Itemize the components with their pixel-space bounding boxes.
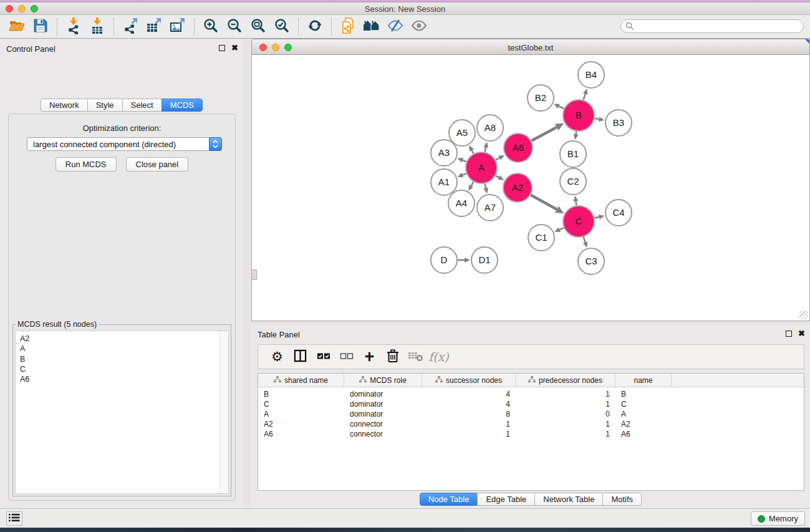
column-header-shared-name[interactable]: shared name <box>258 374 344 387</box>
edge-A2-C[interactable] <box>531 195 557 210</box>
cell-shared-name[interactable]: C <box>258 400 344 409</box>
cell-successors[interactable]: 4 <box>422 390 516 399</box>
table-row[interactable]: A6connector11A6 <box>258 429 804 439</box>
mcds-result-item[interactable]: A <box>20 344 228 354</box>
mcds-result-item[interactable]: A6 <box>20 374 228 384</box>
graph-node-A1[interactable]: A1 <box>431 169 457 195</box>
tab-style[interactable]: Style <box>87 99 123 112</box>
mcds-result-item[interactable]: B <box>20 354 228 364</box>
cell-name[interactable]: B <box>615 390 672 399</box>
network-window-titlebar[interactable]: testGlobe.txt <box>251 39 810 55</box>
save-session-button[interactable] <box>29 17 52 37</box>
edge-A-A5[interactable] <box>471 150 473 153</box>
graph-node-B3[interactable]: B3 <box>605 110 632 136</box>
refresh-button[interactable] <box>303 17 327 37</box>
graph-node-A2[interactable]: A2 <box>503 173 532 202</box>
memory-button[interactable]: Memory <box>751 511 805 526</box>
tab-mcds[interactable]: MCDS <box>162 99 203 112</box>
home-button[interactable] <box>360 17 383 37</box>
cell-name[interactable]: A6 <box>615 430 672 438</box>
edge-A-A7[interactable] <box>485 183 486 188</box>
graph-node-B[interactable]: B <box>563 100 594 131</box>
zoom-in-button[interactable] <box>199 17 223 37</box>
add-column-button[interactable]: + <box>358 347 381 367</box>
tab-motifs[interactable]: Motifs <box>602 493 642 506</box>
cell-shared-name[interactable]: A2 <box>258 420 344 428</box>
export-network-button[interactable] <box>118 17 142 37</box>
delete-column-button[interactable] <box>381 347 404 367</box>
tab-network[interactable]: Network <box>41 99 88 112</box>
graph-node-A6[interactable]: A6 <box>504 133 533 162</box>
edge-C-C3[interactable] <box>584 237 586 243</box>
cell-shared-name[interactable]: B <box>258 390 344 399</box>
graph-node-B1[interactable]: B1 <box>560 141 586 167</box>
graph-node-C4[interactable]: C4 <box>605 200 632 226</box>
cell-mcds-role[interactable]: dominator <box>344 400 422 409</box>
export-image-button[interactable] <box>166 17 190 37</box>
close-panel-icon[interactable]: ✖ <box>231 44 238 51</box>
table-settings-button[interactable]: ⚙ <box>266 347 289 367</box>
edge-B-B1[interactable] <box>576 132 577 135</box>
column-header-predecessor-nodes[interactable]: predecessor nodes <box>516 374 615 387</box>
tab-edge-table[interactable]: Edge Table <box>477 493 535 506</box>
resize-grip[interactable] <box>799 311 808 319</box>
edge-A-A2[interactable] <box>496 176 499 178</box>
deselect-all-button[interactable] <box>335 347 358 367</box>
cell-mcds-role[interactable]: dominator <box>344 410 422 418</box>
graph-node-A4[interactable]: A4 <box>448 190 475 216</box>
table-row[interactable]: Bdominator41B <box>258 389 804 399</box>
graph-node-C[interactable]: C <box>563 206 594 237</box>
search-input[interactable] <box>620 19 804 33</box>
close-table-panel-icon[interactable]: ✖ <box>798 330 805 337</box>
cell-name[interactable]: A2 <box>615 420 672 428</box>
optimization-criterion-select[interactable]: largest connected component (directed) <box>27 137 222 151</box>
cell-successors[interactable]: 1 <box>422 430 516 438</box>
cell-name[interactable]: A <box>615 410 672 418</box>
cell-mcds-role[interactable]: connector <box>344 430 422 438</box>
cell-predecessors[interactable]: 1 <box>516 390 615 399</box>
mcds-result-item[interactable]: C <box>20 364 228 374</box>
column-header-successor-nodes[interactable]: successor nodes <box>422 374 516 387</box>
edge-B-B4[interactable] <box>584 94 586 100</box>
cell-shared-name[interactable]: A6 <box>258 430 344 438</box>
table-row[interactable]: Cdominator41C <box>258 399 804 409</box>
show-panel-list-button[interactable] <box>6 511 22 526</box>
graph-node-A7[interactable]: A7 <box>477 195 503 221</box>
graph-node-C2[interactable]: C2 <box>560 168 586 195</box>
show-panels-button[interactable] <box>407 17 431 37</box>
cell-name[interactable]: C <box>615 400 672 409</box>
select-all-button[interactable] <box>312 347 335 367</box>
edge-A-A6[interactable] <box>496 158 499 160</box>
cell-predecessors[interactable]: 1 <box>516 420 615 428</box>
tab-node-table[interactable]: Node Table <box>420 493 478 506</box>
zoom-out-button[interactable] <box>223 17 246 37</box>
cell-predecessors[interactable]: 0 <box>516 410 615 418</box>
graph-node-C3[interactable]: C3 <box>578 248 604 274</box>
graph-node-D1[interactable]: D1 <box>471 247 498 273</box>
tab-select[interactable]: Select <box>122 99 162 112</box>
graph-node-B4[interactable]: B4 <box>578 62 604 88</box>
table-row[interactable]: Adominator80A <box>258 409 804 419</box>
edge-A-A8[interactable] <box>485 147 486 152</box>
column-header-name[interactable]: name <box>615 374 672 387</box>
run-mcds-button[interactable]: Run MCDS <box>55 157 117 172</box>
open-session-button[interactable] <box>5 17 29 37</box>
edge-A6-B[interactable] <box>531 127 557 141</box>
import-table-button[interactable] <box>85 17 109 37</box>
network-canvas[interactable]: B4B2BB3A8A5A6B1A3AA1A2C2A4A7CC4C1C3DD1 <box>251 55 810 321</box>
graph-node-B2[interactable]: B2 <box>528 85 554 111</box>
float-panel-icon[interactable] <box>219 45 225 51</box>
import-network-button[interactable] <box>62 17 85 37</box>
cell-predecessors[interactable]: 1 <box>516 430 615 438</box>
zoom-fit-button[interactable] <box>246 17 270 37</box>
graph-node-A8[interactable]: A8 <box>477 115 503 141</box>
float-table-panel-icon[interactable] <box>786 331 792 337</box>
close-panel-button[interactable]: Close panel <box>126 157 189 172</box>
result-list-scrollbar[interactable] <box>219 331 228 493</box>
delete-table-button[interactable] <box>404 347 427 367</box>
graph-node-A[interactable]: A <box>466 152 497 183</box>
edge-C-C2[interactable] <box>576 201 576 206</box>
cell-successors[interactable]: 4 <box>422 400 516 409</box>
function-builder-button[interactable]: f(x) <box>427 347 450 367</box>
cell-successors[interactable]: 1 <box>422 420 516 428</box>
